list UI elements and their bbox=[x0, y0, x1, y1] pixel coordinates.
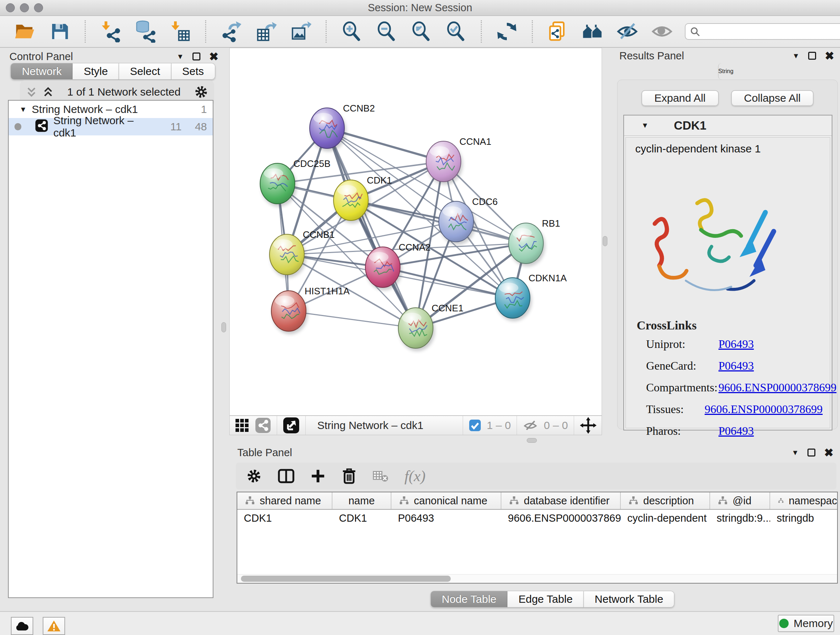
column-header-@id[interactable]: @id bbox=[710, 492, 770, 509]
grid-view-icon[interactable] bbox=[235, 418, 249, 432]
control-panel-close-button[interactable]: ✖ bbox=[209, 51, 218, 62]
node-gloss bbox=[430, 146, 449, 157]
column-header-namespac[interactable]: namespac bbox=[770, 492, 838, 509]
column-type-icon bbox=[778, 496, 783, 505]
gene-section-header[interactable]: ▼ CDK1 bbox=[624, 116, 832, 136]
column-type-icon bbox=[718, 496, 728, 505]
network-app-icon[interactable] bbox=[255, 417, 271, 433]
export-network-button[interactable] bbox=[219, 19, 243, 43]
zoom-fit-icon bbox=[410, 21, 432, 42]
refresh-view-button[interactable] bbox=[495, 19, 519, 43]
zoom-out-button[interactable] bbox=[374, 19, 398, 43]
table-settings-gear-icon[interactable] bbox=[246, 468, 262, 484]
crosslink-link[interactable]: 9606.ENSP00000378699 bbox=[718, 381, 836, 402]
table-body: CDK1CDK1P064939606.ENSP00000378699cyclin… bbox=[237, 510, 837, 526]
scrollbar-thumb[interactable] bbox=[241, 576, 451, 582]
table-panel-float-button[interactable] bbox=[807, 448, 815, 456]
node-label-hist1h1a: HIST1H1A bbox=[305, 286, 350, 296]
hide-selected-button[interactable] bbox=[615, 19, 639, 43]
export-image-icon bbox=[290, 21, 311, 42]
crosslink-link[interactable]: P06493 bbox=[718, 337, 754, 358]
delete-column-icon[interactable] bbox=[341, 468, 357, 485]
column-header-name[interactable]: name bbox=[332, 492, 392, 509]
column-header-shared-name[interactable]: shared name bbox=[237, 492, 332, 509]
zoom-in-button[interactable] bbox=[340, 19, 363, 43]
network-selected-status: 1 of 1 Network selected bbox=[59, 86, 189, 98]
right-splitter-handle[interactable] bbox=[603, 236, 607, 246]
duplicate-network-button[interactable] bbox=[546, 19, 570, 43]
control-panel-menu-caret[interactable]: ▼ bbox=[177, 52, 184, 61]
window-controls bbox=[6, 3, 43, 12]
table-row[interactable]: CDK1CDK1P064939606.ENSP00000378699cyclin… bbox=[237, 510, 837, 526]
import-table-button[interactable] bbox=[168, 19, 192, 43]
home-button[interactable] bbox=[581, 19, 605, 43]
crosslink-link[interactable]: P06493 bbox=[718, 359, 754, 380]
import-network-database-button[interactable] bbox=[134, 19, 157, 43]
network-edge[interactable] bbox=[327, 128, 416, 328]
save-session-button[interactable] bbox=[48, 19, 72, 43]
tab-string[interactable]: String bbox=[718, 63, 734, 80]
tab-edge-table[interactable]: Edge Table bbox=[508, 591, 584, 608]
results-panel-float-button[interactable] bbox=[808, 52, 816, 60]
results-panel-close-button[interactable]: ✖ bbox=[825, 50, 834, 62]
control-panel-float-button[interactable] bbox=[193, 52, 201, 60]
column-header-database-identifier[interactable]: database identifier bbox=[501, 492, 621, 509]
export-image-button[interactable] bbox=[289, 19, 313, 43]
table-panel-menu-caret[interactable]: ▼ bbox=[791, 448, 799, 457]
close-window-button[interactable] bbox=[6, 3, 15, 12]
toolbar-separator bbox=[463, 416, 463, 435]
tab-node-table[interactable]: Node Table bbox=[431, 591, 508, 608]
add-column-icon[interactable] bbox=[310, 469, 325, 484]
cloud-status-button[interactable] bbox=[11, 617, 33, 635]
expand-all-button[interactable]: Expand All bbox=[641, 90, 719, 106]
tab-sets[interactable]: Sets bbox=[172, 63, 215, 80]
tab-network[interactable]: Network bbox=[11, 63, 73, 80]
zoom-selected-button[interactable] bbox=[444, 19, 468, 43]
left-splitter-handle[interactable] bbox=[221, 322, 226, 333]
horizontal-splitter-handle[interactable] bbox=[527, 438, 537, 443]
minimize-window-button[interactable] bbox=[20, 3, 29, 12]
zoom-fit-button[interactable] bbox=[409, 19, 433, 43]
birds-eye-view-button[interactable] bbox=[283, 417, 300, 434]
horizontal-scrollbar[interactable] bbox=[237, 574, 837, 583]
node-label-ccnb1: CCNB1 bbox=[303, 229, 335, 240]
show-all-button[interactable] bbox=[650, 19, 674, 43]
toolbar-separator bbox=[532, 20, 533, 43]
tab-select[interactable]: Select bbox=[119, 63, 171, 80]
collapse-all-button[interactable]: Collapse All bbox=[731, 90, 814, 106]
selected-node-edge-count: 1 – 0 bbox=[487, 419, 511, 432]
network-canvas[interactable]: CCNB2CCNA1CDC25BCDK1CDC6RB1CCNB1CCNA2CDK… bbox=[229, 48, 602, 416]
table-header-row: shared namenamecanonical namedatabase id… bbox=[237, 492, 837, 510]
tab-style[interactable]: Style bbox=[73, 63, 119, 80]
search-input[interactable] bbox=[685, 23, 840, 40]
gene-collapse-caret[interactable]: ▼ bbox=[641, 121, 649, 130]
results-panel-menu-caret[interactable]: ▼ bbox=[792, 52, 799, 60]
collapse-all-chevron-icon[interactable] bbox=[26, 86, 37, 98]
gear-icon[interactable] bbox=[194, 85, 208, 99]
node-label-cdkn1a: CDKN1A bbox=[529, 272, 567, 283]
gene-detail-box: cyclin-dependent kinase 1 bbox=[625, 137, 830, 428]
network-tree-row[interactable]: String Network – cdk11148 bbox=[9, 118, 213, 135]
table-panel-close-button[interactable]: ✖ bbox=[824, 447, 834, 458]
tree-expand-caret[interactable]: ▼ bbox=[19, 105, 27, 114]
selected-checkbox-icon[interactable] bbox=[469, 419, 481, 432]
column-header-canonical-name[interactable]: canonical name bbox=[392, 492, 501, 509]
gene-section: ▼ CDK1 cyclin-dependent kinase 1 bbox=[623, 115, 832, 431]
hidden-eye-slash-icon[interactable] bbox=[523, 418, 538, 433]
expand-all-chevron-icon[interactable] bbox=[42, 86, 54, 98]
show-columns-icon[interactable] bbox=[278, 468, 294, 484]
tab-network-table[interactable]: Network Table bbox=[584, 591, 675, 608]
open-session-button[interactable] bbox=[13, 19, 37, 43]
toolbar-separator bbox=[481, 20, 482, 43]
network-graph[interactable]: CCNB2CCNA1CDC25BCDK1CDC6RB1CCNB1CCNA2CDK… bbox=[230, 48, 602, 415]
warnings-button[interactable] bbox=[43, 617, 65, 635]
crosslink-link[interactable]: 9606.ENSP00000378699 bbox=[705, 402, 823, 424]
crosslink-link[interactable]: P06493 bbox=[718, 424, 754, 445]
pan-crosshair-icon[interactable] bbox=[580, 417, 597, 434]
import-network-file-button[interactable] bbox=[99, 19, 123, 43]
column-header-description[interactable]: description bbox=[621, 492, 710, 509]
zoom-window-button[interactable] bbox=[34, 3, 43, 12]
export-table-button[interactable] bbox=[254, 19, 278, 43]
memory-button[interactable]: Memory bbox=[778, 615, 834, 632]
documents-share-icon bbox=[547, 21, 568, 42]
